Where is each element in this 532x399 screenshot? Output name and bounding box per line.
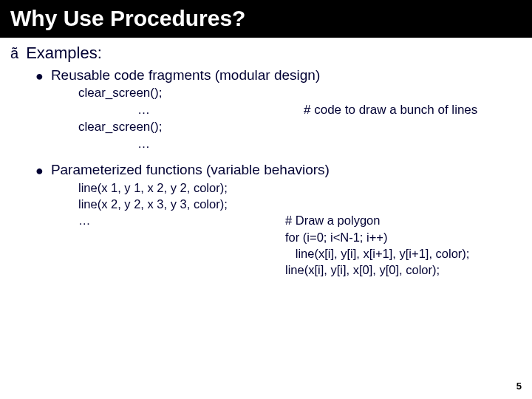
code-line: for (i=0; i<N-1; i++): [285, 229, 529, 245]
item-1-code: clear_screen(); … # code to draw a bunch…: [78, 85, 529, 153]
examples-heading: ã Examples:: [10, 44, 529, 63]
bullet-dot-icon: ●: [35, 69, 44, 83]
item-1-heading: ● Reusable code fragments (modular desig…: [35, 67, 529, 83]
slide-title: Why Use Procedures?: [0, 0, 532, 38]
code-comment: # Draw a polygon: [285, 212, 529, 228]
bullet-dot-icon: ●: [35, 164, 44, 177]
slide-body: ã Examples: ● Reusable code fragments (m…: [0, 38, 532, 278]
code-line: …: [78, 136, 304, 153]
page-number: 5: [516, 381, 522, 392]
item-2: ● Parameterized functions (variable beha…: [35, 162, 529, 279]
code-spacer: [78, 245, 285, 262]
item-2-heading: ● Parameterized functions (variable beha…: [35, 162, 529, 178]
code-line: clear_screen();: [78, 119, 245, 136]
item-1-label: Reusable code fragments (modular design): [51, 67, 320, 83]
code-comment: # code to draw a bunch of lines: [304, 102, 529, 119]
code-line: …: [78, 102, 304, 119]
code-spacer: [78, 262, 285, 278]
code-line: line(x 1, y 1, x 2, y 2, color);: [78, 180, 285, 196]
code-line: …: [78, 212, 285, 228]
item-2-code: line(x 1, y 1, x 2, y 2, color); line(x …: [78, 180, 529, 279]
item-1: ● Reusable code fragments (modular desig…: [35, 67, 529, 153]
examples-label: Examples:: [26, 44, 102, 63]
code-line: line(x[i], y[i], x[0], y[0], color);: [285, 262, 529, 278]
code-line: clear_screen();: [78, 85, 245, 102]
code-spacer: [78, 229, 285, 245]
code-line: line(x 2, y 2, x 3, y 3, color);: [78, 196, 285, 212]
code-line: line(x[i], y[i], x[i+1], y[i+1], color);: [285, 245, 529, 262]
slide: Why Use Procedures? ã Examples: ● Reusab…: [0, 0, 532, 399]
bullet-tilde-a-icon: ã: [10, 46, 18, 61]
item-2-label: Parameterized functions (variable behavi…: [51, 162, 330, 178]
